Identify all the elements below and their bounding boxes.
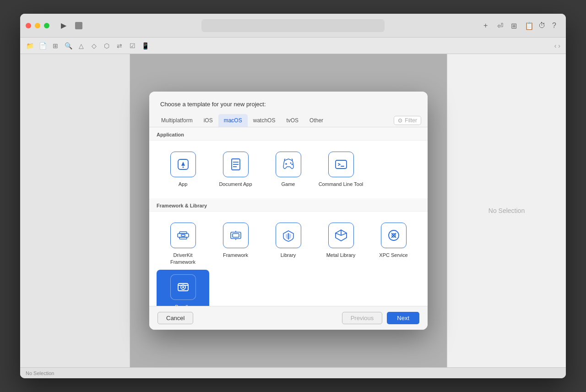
nav-arrows: ‹ › <box>554 42 560 49</box>
driverkit-label: DriverKit Framework <box>160 252 206 265</box>
panel-toggle-icon[interactable]: ⊞ <box>511 22 519 30</box>
filter-icon: ⊙ <box>398 117 402 124</box>
modal-header: Choose a template for your new project: <box>149 92 428 114</box>
filter-box[interactable]: ⊙ Filter <box>394 116 421 125</box>
svg-rect-17 <box>233 234 239 237</box>
status-text: No Selection <box>26 370 54 376</box>
template-item-game[interactable]: Game <box>262 147 315 192</box>
file-icon[interactable]: 📄 <box>38 42 47 50</box>
toolbar-icons: ▶ <box>59 21 82 31</box>
filter-placeholder: Filter <box>405 117 417 124</box>
library-icon-box <box>276 223 301 248</box>
document-app-icon <box>228 157 244 172</box>
diff-icon[interactable]: ⇄ <box>115 42 124 50</box>
tab-other[interactable]: Other <box>304 114 329 127</box>
traffic-lights <box>26 23 49 28</box>
previous-button[interactable]: Previous <box>342 312 383 324</box>
section-header-framework-library: Framework & Library <box>149 198 428 212</box>
template-item-xpc-service[interactable]: XPC Service <box>367 218 420 270</box>
devices-icon[interactable]: 📱 <box>141 42 149 50</box>
close-button[interactable] <box>26 23 31 28</box>
search-bar[interactable] <box>201 19 385 32</box>
metal-library-icon <box>333 228 349 243</box>
warning-icon[interactable]: △ <box>77 42 85 50</box>
template-item-bundle[interactable]: Bundle <box>157 270 209 306</box>
history-icon[interactable]: ⏱ <box>538 22 547 30</box>
source-icon[interactable]: ⬡ <box>103 42 111 50</box>
section-header-application: Application <box>149 127 428 141</box>
modal-title: Choose a template for your new project: <box>160 101 417 108</box>
template-area: Application <box>149 127 428 306</box>
library-label: Library <box>281 252 296 258</box>
command-line-tool-icon-box <box>328 152 354 177</box>
xpc-service-icon-box <box>381 223 407 248</box>
title-bar: ▶ + ⏎ ⊞ 📋 ⏱ ? <box>20 14 566 38</box>
app-icon <box>175 157 191 172</box>
secondary-toolbar: 📁 📄 ⊞ 🔍 △ ◇ ⬡ ⇄ ☑ 📱 ‹ › <box>20 38 566 54</box>
framework-icon-box <box>223 223 249 248</box>
template-item-library[interactable]: Library <box>262 218 315 270</box>
tabs-bar: Multiplatform iOS macOS watchOS tvOS Oth… <box>149 114 428 127</box>
cancel-button[interactable]: Cancel <box>157 312 193 324</box>
metal-library-icon-box <box>328 223 354 248</box>
bundle-icon-box <box>170 274 196 300</box>
footer-right-buttons: Previous Next <box>342 312 419 324</box>
tab-multiplatform[interactable]: Multiplatform <box>156 114 198 127</box>
diamond-icon[interactable]: ◇ <box>90 42 98 50</box>
modal-overlay: Choose a template for your new project: … <box>130 54 447 367</box>
game-icon-box <box>276 152 301 177</box>
play-button[interactable]: ▶ <box>59 21 69 31</box>
svg-line-22 <box>341 233 347 235</box>
maximize-button[interactable] <box>44 23 49 28</box>
driverkit-icon <box>175 228 191 243</box>
svg-rect-15 <box>181 234 185 236</box>
command-line-tool-label: Command Line Tool <box>319 181 364 187</box>
add-icon[interactable]: + <box>483 22 492 30</box>
template-item-document-app[interactable]: Document App <box>209 147 262 192</box>
checklist-icon[interactable]: ☑ <box>128 42 136 50</box>
main-content: Choose a template for your new project: … <box>130 54 447 367</box>
search-icon[interactable]: 🔍 <box>64 42 72 50</box>
document-app-icon-box <box>223 152 249 177</box>
main-window: ▶ + ⏎ ⊞ 📋 ⏱ ? 📁 📄 ⊞ 🔍 △ ◇ ⬡ ⇄ ☑ 📱 ‹ › <box>20 14 566 378</box>
next-button[interactable]: Next <box>387 312 419 324</box>
framework-label: Framework <box>223 252 248 258</box>
template-item-command-line-tool[interactable]: Command Line Tool <box>315 147 367 192</box>
framework-icon <box>228 228 244 243</box>
minimize-button[interactable] <box>35 23 40 28</box>
game-icon <box>281 157 296 172</box>
stop-button[interactable] <box>75 22 82 29</box>
game-label: Game <box>282 181 295 187</box>
tab-tvos[interactable]: tvOS <box>281 114 304 127</box>
title-bar-right-icons: + ⏎ ⊞ 📋 ⏱ ? <box>483 22 560 30</box>
inspector-icon[interactable]: 📋 <box>525 22 533 30</box>
driverkit-icon-box <box>170 223 196 248</box>
app-icon-box <box>170 152 196 177</box>
svg-point-9 <box>291 164 293 165</box>
help-icon[interactable]: ? <box>552 22 560 30</box>
tab-macos[interactable]: macOS <box>218 114 248 127</box>
folder-icon[interactable]: 📁 <box>26 42 34 50</box>
xpc-service-icon <box>386 228 402 243</box>
svg-point-8 <box>290 163 291 164</box>
return-icon[interactable]: ⏎ <box>497 22 505 30</box>
tab-ios[interactable]: iOS <box>198 114 218 127</box>
template-item-app[interactable]: App <box>157 147 209 192</box>
template-item-metal-library[interactable]: Metal Library <box>315 218 367 270</box>
svg-rect-10 <box>336 160 347 169</box>
svg-point-1 <box>182 167 184 168</box>
command-line-tool-icon <box>333 157 349 172</box>
template-chooser-dialog: Choose a template for your new project: … <box>149 92 428 330</box>
content-area: Choose a template for your new project: … <box>20 54 566 367</box>
grid-icon[interactable]: ⊞ <box>51 42 60 50</box>
bundle-icon <box>175 279 191 295</box>
library-icon <box>281 228 296 243</box>
svg-rect-14 <box>179 237 187 239</box>
tab-watchos[interactable]: watchOS <box>248 114 281 127</box>
template-item-framework[interactable]: Framework <box>209 218 262 270</box>
back-arrow[interactable]: ‹ <box>554 42 557 49</box>
template-item-driverkit[interactable]: DriverKit Framework <box>157 218 209 270</box>
modal-footer: Cancel Previous Next <box>149 306 428 330</box>
forward-arrow[interactable]: › <box>558 42 560 49</box>
svg-point-29 <box>182 286 184 288</box>
